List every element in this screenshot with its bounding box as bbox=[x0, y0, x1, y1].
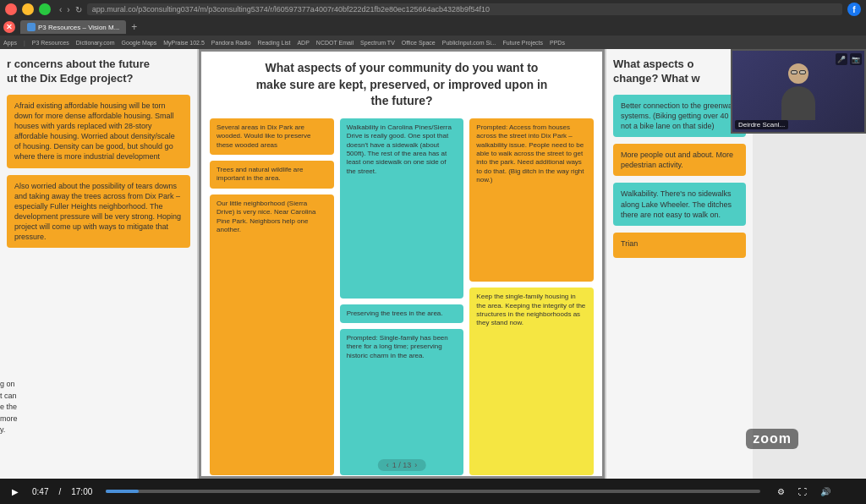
center-panel: What aspects of your community do you wa… bbox=[199, 49, 605, 479]
center-note-2-2: Preserving the trees in the area. bbox=[340, 304, 464, 323]
play-button[interactable]: ▶ bbox=[8, 485, 22, 498]
bookmark-future[interactable]: Future Projects bbox=[503, 40, 543, 46]
bookmark-adp[interactable]: ADP bbox=[297, 40, 309, 46]
browser-bar: ‹ › ↻ app.mural.co/p3consulting0374/m/p3… bbox=[0, 0, 866, 19]
center-note-2-1: Walkability in Carolina Pines/Sierra Dri… bbox=[340, 118, 464, 299]
edge-line-3: e the bbox=[0, 402, 47, 414]
right-note-1: Better connection to the greenway system… bbox=[613, 95, 746, 137]
minimize-button[interactable] bbox=[22, 3, 34, 15]
video-controls: 🎤 📷 bbox=[836, 53, 862, 65]
tab-close-icon[interactable]: ✕ bbox=[3, 21, 15, 33]
address-text: app.mural.co/p3consulting0374/m/p3consul… bbox=[92, 5, 490, 14]
notes-col-2: Walkability in Carolina Pines/Sierra Dri… bbox=[340, 118, 464, 475]
right-note-3: Walkability. There's no sidewalks along … bbox=[613, 183, 746, 225]
edge-text: g on t can e the more y. bbox=[0, 379, 47, 436]
left-panel: g on t can e the more y. r concerns abou… bbox=[0, 49, 199, 479]
left-panel-title: r concerns about the futureut the Dix Ed… bbox=[7, 58, 190, 86]
center-note-2-3: Prompted: Single-family has been there f… bbox=[340, 329, 464, 475]
sticky-note-1-text: Afraid existing affordable housing will … bbox=[14, 101, 175, 162]
right-note-4: Trian bbox=[613, 233, 746, 258]
new-tab-button[interactable]: + bbox=[131, 21, 137, 33]
video-feed: Deirdre Scanl... 🎤 📷 bbox=[732, 51, 864, 132]
center-note-2-2-text: Preserving the trees in the area. bbox=[347, 310, 443, 317]
person-body bbox=[781, 86, 815, 120]
center-note-3-2: Keep the single-family housing in the ar… bbox=[469, 288, 594, 474]
person-head bbox=[788, 63, 808, 84]
video-mic-icon[interactable]: 🎤 bbox=[836, 53, 847, 65]
volume-button[interactable]: 🔊 bbox=[817, 485, 834, 498]
bookmark-dict[interactable]: Dictionary.com bbox=[76, 40, 115, 46]
refresh-button[interactable]: ↻ bbox=[75, 5, 82, 14]
right-note-2-text: More people out and about. More pedestri… bbox=[621, 151, 733, 169]
bookmark-p3[interactable]: P3 Resources bbox=[32, 40, 69, 46]
tabs-bar: ✕ P3 Resources – Vision M... + bbox=[0, 19, 866, 36]
center-note-3-1-text: Prompted: Access from houses across the … bbox=[476, 123, 584, 184]
center-note-1-1-text: Several areas in Dix Park are wooded. Wo… bbox=[216, 123, 310, 149]
right-note-4-text: Trian bbox=[621, 239, 638, 248]
main-content: Deirdre Scanl... 🎤 📷 g on t can e the mo… bbox=[0, 49, 866, 479]
video-overlay: Deirdre Scanl... 🎤 📷 bbox=[731, 49, 866, 134]
tab-mural[interactable]: P3 Resources – Vision M... bbox=[20, 20, 126, 34]
bookmark-apps[interactable]: Apps bbox=[3, 40, 17, 46]
bookmark-reading[interactable]: Reading List bbox=[258, 40, 291, 46]
edge-line-5: y. bbox=[0, 425, 47, 436]
page-number: 1 / 13 bbox=[392, 461, 412, 469]
bookmark-spectrum[interactable]: Spectrum TV bbox=[360, 40, 395, 46]
notes-grid: Several areas in Dix Park are wooded. Wo… bbox=[210, 118, 594, 475]
edge-line-4: more bbox=[0, 414, 47, 425]
center-note-2-1-text: Walkability in Carolina Pines/Sierra Dri… bbox=[347, 123, 452, 175]
bookmarks-bar: Apps | P3 Resources Dictionary.com Googl… bbox=[0, 36, 866, 49]
bookmark-pandora[interactable]: Pandora Radio bbox=[211, 40, 251, 46]
bottom-bar: ▶ 0:47 / 17:00 ⚙ ⛶ 🔊 bbox=[0, 479, 866, 504]
tab-favicon bbox=[27, 23, 36, 31]
right-note-1-text: Better connection to the greenway system… bbox=[621, 101, 737, 130]
center-note-3-2-text: Keep the single-family housing in the ar… bbox=[476, 293, 585, 326]
sticky-note-1: Afraid existing affordable housing will … bbox=[7, 95, 190, 168]
tab-label: P3 Resources – Vision M... bbox=[38, 24, 119, 31]
time-separator: / bbox=[58, 487, 61, 496]
settings-button[interactable]: ⚙ bbox=[774, 485, 788, 498]
facebook-icon: f bbox=[847, 3, 861, 16]
sticky-note-2-text: Also worried about the possibility of te… bbox=[14, 182, 181, 242]
maximize-button[interactable] bbox=[39, 3, 51, 15]
center-note-1-2: Trees and natural wildlife are important… bbox=[210, 161, 334, 189]
bookmark-maps[interactable]: Google Maps bbox=[122, 40, 157, 46]
bookmark-office[interactable]: Office Space bbox=[402, 40, 436, 46]
address-bar[interactable]: app.mural.co/p3consulting0374/m/p3consul… bbox=[87, 3, 842, 15]
fullscreen-button[interactable]: ⛶ bbox=[795, 485, 810, 498]
back-button[interactable]: ‹ bbox=[59, 5, 62, 14]
center-note-1-1: Several areas in Dix Park are wooded. Wo… bbox=[210, 118, 334, 155]
zoom-logo-text: zoom bbox=[753, 431, 792, 446]
progress-bar-fill bbox=[106, 490, 139, 493]
bookmark-mypraise[interactable]: MyPraise 102.5 bbox=[163, 40, 205, 46]
center-note-1-2-text: Trees and natural wildlife are important… bbox=[216, 166, 303, 182]
center-panel-title: What aspects of your community do you wa… bbox=[210, 60, 594, 110]
sticky-note-2: Also worried about the possibility of te… bbox=[7, 175, 190, 249]
bookmark-ncdot[interactable]: NCDOT Email bbox=[316, 40, 354, 46]
right-panel-title: What aspects ochange? What w bbox=[613, 58, 746, 86]
right-note-2: More people out and about. More pedestri… bbox=[613, 144, 746, 176]
notes-col-1: Several areas in Dix Park are wooded. Wo… bbox=[210, 118, 334, 475]
zoom-logo: zoom bbox=[746, 429, 798, 449]
bookmark-sep: | bbox=[24, 40, 25, 46]
bookmark-publicinput[interactable]: PublicInput.com Si... bbox=[442, 40, 496, 46]
video-cam-icon[interactable]: 📷 bbox=[850, 53, 862, 65]
center-note-1-3: Our little neighborhood (Sierra Drive) i… bbox=[210, 194, 334, 475]
center-note-2-3-text: Prompted: Single-family has been there f… bbox=[347, 334, 448, 359]
right-note-3-text: Walkability. There's no sidewalks along … bbox=[621, 189, 732, 218]
prev-page-btn[interactable]: ‹ bbox=[386, 461, 389, 469]
time-current: 0:47 bbox=[32, 487, 48, 496]
next-page-btn[interactable]: › bbox=[414, 461, 417, 469]
bookmark-ppds[interactable]: PPDs bbox=[550, 40, 565, 46]
notes-col-3: Prompted: Access from houses across the … bbox=[469, 118, 594, 475]
page-indicator: ‹ 1 / 13 › bbox=[378, 459, 426, 471]
time-total: 17:00 bbox=[71, 487, 92, 496]
edge-line-1: g on bbox=[0, 379, 47, 391]
left-arrow-icon: → bbox=[199, 255, 201, 273]
video-name-tag: Deirdre Scanl... bbox=[735, 120, 788, 129]
progress-bar[interactable] bbox=[106, 490, 760, 493]
center-note-1-3-text: Our little neighborhood (Sierra Drive) i… bbox=[216, 200, 315, 233]
edge-line-2: t can bbox=[0, 391, 47, 403]
close-button[interactable] bbox=[5, 3, 17, 15]
forward-button[interactable]: › bbox=[67, 5, 69, 14]
